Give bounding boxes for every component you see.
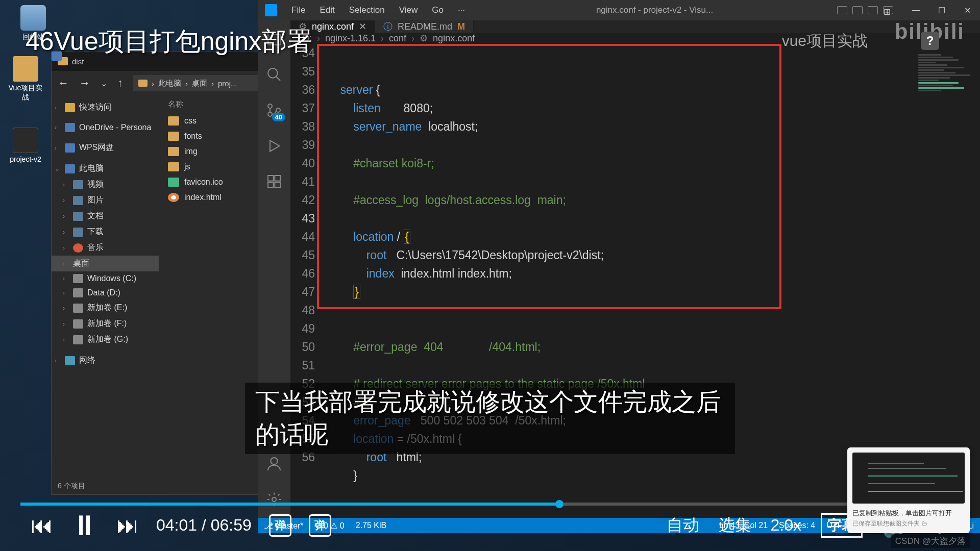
screenshot-notification[interactable]: ✕ 已复制到粘贴板，单击图片可打开 已保存至联想截图文件夹 🗁 xyxy=(847,447,970,533)
menu-selection[interactable]: Selection xyxy=(342,5,392,15)
account-icon[interactable] xyxy=(265,455,283,473)
playlist-button[interactable]: 选集 xyxy=(719,514,751,537)
video-subtitle: 下当我部署完成就说修改这个文件完成之后的话呢 xyxy=(245,383,735,454)
breadcrumb-item[interactable]: nginx-1.16.1 xyxy=(325,33,376,44)
path-segment[interactable]: 桌面 xyxy=(192,79,207,88)
file-item-css[interactable]: css xyxy=(163,113,261,129)
menu-go[interactable]: Go xyxy=(425,5,451,15)
nav-downloads[interactable]: ›下载 xyxy=(52,224,159,240)
nav-drive-f[interactable]: ›新加卷 (F:) xyxy=(52,316,159,332)
source-control-icon[interactable]: 40 xyxy=(265,101,283,119)
vscode-icon xyxy=(265,4,277,16)
svg-point-0 xyxy=(268,68,278,78)
svg-point-3 xyxy=(276,108,280,112)
menu-more[interactable]: ··· xyxy=(451,5,472,15)
svg-rect-7 xyxy=(275,182,280,188)
video-controls: ⏮ ⏸ ⏭ 04:01 / 06:59 弹 弹 自动 选集 2.0x 字幕 🔊 … xyxy=(0,503,980,551)
recent-dropdown[interactable]: ⌄ xyxy=(101,79,107,88)
nav-drive-d[interactable]: ›Data (D:) xyxy=(52,286,159,300)
maximize-button[interactable]: ☐ xyxy=(929,0,954,20)
next-button[interactable]: ⏭ xyxy=(116,513,139,538)
info-icon: ⓘ xyxy=(383,20,393,33)
path-segment[interactable]: proj... xyxy=(218,79,237,88)
prev-button[interactable]: ⏮ xyxy=(31,513,53,538)
nav-wps[interactable]: ›WPS网盘 xyxy=(52,140,159,156)
window-title: nginx.conf - project-v2 - Visu... xyxy=(472,5,837,15)
watermark-text: vue项目实战 xyxy=(782,31,868,52)
danmaku-toggle[interactable]: 弹 xyxy=(269,514,291,537)
svg-rect-4 xyxy=(268,176,274,181)
file-item-fonts[interactable]: fonts xyxy=(163,129,261,144)
minimap[interactable] xyxy=(914,44,980,518)
breadcrumb-item[interactable]: conf xyxy=(389,33,406,44)
file-item-img[interactable]: img xyxy=(163,144,261,159)
nav-pictures[interactable]: ›图片 xyxy=(52,192,159,208)
svg-point-2 xyxy=(268,112,272,116)
run-debug-icon[interactable] xyxy=(265,137,283,155)
minimize-button[interactable]: — xyxy=(903,0,929,20)
search-icon[interactable] xyxy=(265,65,283,84)
svg-rect-6 xyxy=(268,182,274,188)
desktop-folder-project[interactable]: project-v2 xyxy=(5,128,46,163)
address-bar[interactable]: › 此电脑 › 桌面 › proj... xyxy=(133,75,259,91)
nav-network[interactable]: ›网络 xyxy=(52,353,159,368)
pause-button[interactable]: ⏸ xyxy=(70,509,99,542)
menu-file[interactable]: File xyxy=(284,5,312,15)
folder-label: Vue项目实战 xyxy=(5,84,46,102)
tab-readme[interactable]: ⓘ README.md M xyxy=(375,20,474,33)
scm-badge: 40 xyxy=(272,113,285,121)
progress-bar[interactable] xyxy=(20,503,960,506)
folder-label: project-v2 xyxy=(5,155,46,163)
nav-quick-access[interactable]: ›快速访问 xyxy=(52,99,159,115)
nav-drive-e[interactable]: ›新加卷 (E:) xyxy=(52,300,159,316)
help-icon[interactable]: ? xyxy=(921,32,939,50)
nav-videos[interactable]: ›视频 xyxy=(52,177,159,192)
progress-fill xyxy=(20,503,559,506)
speed-button[interactable]: 2.0x xyxy=(771,516,801,535)
path-segment[interactable]: 此电脑 xyxy=(158,79,181,88)
notification-subtitle: 已保存至联想截图文件夹 🗁 xyxy=(852,519,965,528)
editor-tabs: ⚙ nginx.conf ✕ ⓘ README.md M xyxy=(290,20,980,33)
menu-edit[interactable]: Edit xyxy=(312,5,341,15)
file-explorer-window: dist ← → ⌄ ↑ › 此电脑 › 桌面 › proj... ›快速访问 … xyxy=(51,51,265,495)
desktop-folder-vue[interactable]: Vue项目实战 xyxy=(5,56,46,102)
layout-controls[interactable]: ⊞ xyxy=(837,6,893,14)
nav-desktop[interactable]: ›桌面 xyxy=(52,256,159,271)
up-button[interactable]: ↑ xyxy=(117,77,123,90)
tab-label: nginx.conf xyxy=(312,21,354,32)
svg-point-1 xyxy=(268,104,272,108)
nav-this-pc[interactable]: ⌄此电脑 xyxy=(52,161,159,177)
nav-onedrive[interactable]: ›OneDrive - Persona xyxy=(52,120,159,135)
video-title-overlay: 46Vue项目打包nginx部署 xyxy=(26,24,312,59)
modified-indicator: M xyxy=(457,21,465,32)
file-item-index[interactable]: index.html xyxy=(163,190,261,205)
notification-title: 已复制到粘贴板，单击图片可打开 xyxy=(852,509,965,518)
forward-button[interactable]: → xyxy=(79,77,90,90)
nav-music[interactable]: ›音乐 xyxy=(52,240,159,256)
danmaku-settings[interactable]: 弹 xyxy=(309,514,331,537)
nav-drive-c[interactable]: ›Windows (C:) xyxy=(52,271,159,286)
breadcrumb-item[interactable]: nginx.conf xyxy=(433,33,475,44)
notification-preview xyxy=(852,453,965,504)
explorer-statusbar: 6 个项目 xyxy=(52,478,265,494)
close-icon[interactable]: ✕ xyxy=(359,21,366,32)
extensions-icon[interactable] xyxy=(265,172,283,191)
tab-label: README.md xyxy=(398,21,452,32)
column-header-name[interactable]: 名称 xyxy=(163,99,261,113)
explorer-nav-pane: ›快速访问 ›OneDrive - Persona ›WPS网盘 ⌄此电脑 ›视… xyxy=(52,95,159,478)
vscode-titlebar[interactable]: File Edit Selection View Go ··· nginx.co… xyxy=(258,0,980,20)
back-button[interactable]: ← xyxy=(58,77,69,90)
nav-drive-g[interactable]: ›新加卷 (G:) xyxy=(52,332,159,347)
explorer-toolbar: ← → ⌄ ↑ › 此电脑 › 桌面 › proj... xyxy=(52,71,265,95)
close-button[interactable]: ✕ xyxy=(954,0,980,20)
file-item-js[interactable]: js xyxy=(163,159,261,174)
file-item-favicon[interactable]: favicon.ico xyxy=(163,174,261,190)
svg-point-9 xyxy=(272,497,276,502)
svg-point-8 xyxy=(271,458,277,464)
svg-rect-5 xyxy=(275,176,280,181)
quality-button[interactable]: 自动 xyxy=(667,514,699,537)
folder-icon xyxy=(138,80,148,87)
menu-view[interactable]: View xyxy=(392,5,425,15)
breadcrumb[interactable]: D:› nginx-1.16.1› conf› ⚙ nginx.conf xyxy=(290,33,980,44)
nav-documents[interactable]: ›文档 xyxy=(52,208,159,224)
